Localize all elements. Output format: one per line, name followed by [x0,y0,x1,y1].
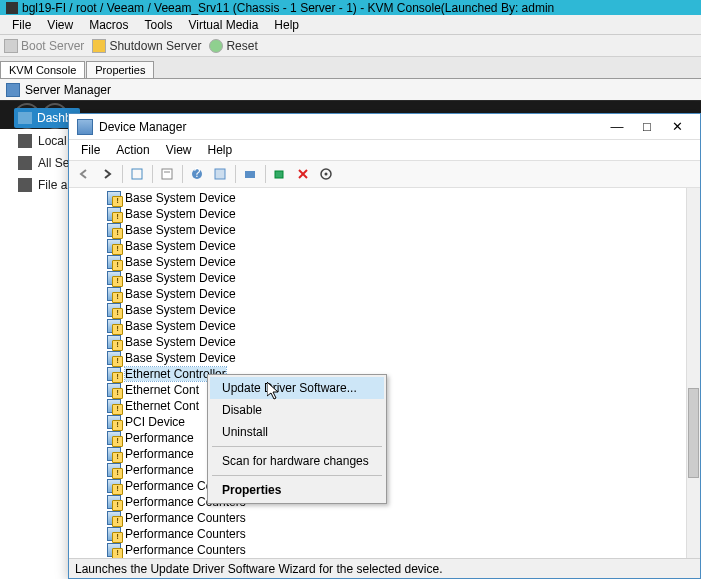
device-icon [107,239,121,253]
tree-item-label: Performance [125,447,194,461]
tree-item-label: Base System Device [125,287,236,301]
tree-item[interactable]: Base System Device [107,350,686,366]
sidebar-label: All Se [38,156,69,170]
update-driver-button[interactable] [239,163,261,185]
tree-item[interactable]: Performance Counters [107,526,686,542]
shutdown-server-button[interactable]: Shutdown Server [92,39,201,53]
context-menu: Update Driver Software... Disable Uninst… [207,374,387,504]
boot-server-button[interactable]: Boot Server [4,39,84,53]
minimize-button[interactable]: — [602,117,632,137]
dm-titlebar: Device Manager — □ ✕ [69,114,700,140]
svg-text:?: ? [194,167,201,180]
refresh-button[interactable] [209,163,231,185]
ctx-separator [212,475,382,476]
kvm-toolbar: Boot Server Shutdown Server Reset [0,35,701,57]
device-icon [107,319,121,333]
forward-button[interactable] [96,163,118,185]
dm-status-bar: Launches the Update Driver Software Wiza… [69,558,700,578]
tree-item[interactable]: Base System Device [107,222,686,238]
tab-kvm-console[interactable]: KVM Console [0,61,85,78]
tree-item-label: Performance Counters [125,511,246,525]
svg-rect-7 [275,171,283,178]
kvm-titlebar: bgl19-FI / root / Veeam / Veeam_Srv11 (C… [0,0,701,15]
device-icon [107,543,121,557]
menu-file[interactable]: File [4,16,39,34]
device-manager-window: Device Manager — □ ✕ File Action View He… [68,113,701,579]
device-icon [107,351,121,365]
device-icon [107,431,121,445]
shutdown-label: Shutdown Server [109,39,201,53]
tree-item[interactable]: Base System Device [107,270,686,286]
ctx-update-driver[interactable]: Update Driver Software... [210,377,384,399]
tree-item[interactable]: Performance [107,462,686,478]
svg-rect-5 [215,169,225,179]
reset-button[interactable]: Reset [209,39,257,53]
tab-properties[interactable]: Properties [86,61,154,78]
device-icon [107,303,121,317]
device-icon [107,191,121,205]
tree-item[interactable]: Ethernet Controller [107,366,686,382]
tree-item-label: Performance [125,463,194,477]
tree-item[interactable]: Base System Device [107,334,686,350]
tree-item[interactable]: Ethernet Cont [107,398,686,414]
menu-help[interactable]: Help [266,16,307,34]
servers-icon [18,156,32,170]
dashboard-label: Dashb [37,111,72,125]
tree-item[interactable]: Performance Counters [107,542,686,558]
tree-item-label: Base System Device [125,319,236,333]
tree-item[interactable]: Base System Device [107,238,686,254]
properties-button[interactable] [156,163,178,185]
tree-item-label: Performance Counters [125,543,246,557]
scrollbar[interactable] [686,188,700,558]
menu-macros[interactable]: Macros [81,16,136,34]
menu-virtual-media[interactable]: Virtual Media [181,16,267,34]
help-button[interactable]: ? [186,163,208,185]
reset-icon [209,39,223,53]
device-icon [107,255,121,269]
maximize-button[interactable]: □ [632,117,662,137]
tree-item[interactable]: Base System Device [107,206,686,222]
menu-tools[interactable]: Tools [136,16,180,34]
tree-item[interactable]: Base System Device [107,302,686,318]
tree-item[interactable]: Performance [107,430,686,446]
device-icon [107,287,121,301]
server-manager-label: Server Manager [25,83,111,97]
tree-item-label: Ethernet Cont [125,399,199,413]
dm-menu-file[interactable]: File [73,141,108,159]
dm-menu-help[interactable]: Help [200,141,241,159]
tree-item[interactable]: PCI Device [107,414,686,430]
server-icon [18,134,32,148]
close-button[interactable]: ✕ [662,117,692,137]
menu-view[interactable]: View [39,16,81,34]
disable-button[interactable] [315,163,337,185]
tree-item[interactable]: Base System Device [107,254,686,270]
ctx-properties[interactable]: Properties [210,479,384,501]
tree-item[interactable]: Base System Device [107,190,686,206]
device-icon [107,511,121,525]
ctx-disable[interactable]: Disable [210,399,384,421]
dm-menu-action[interactable]: Action [108,141,157,159]
device-icon [107,447,121,461]
uninstall-button[interactable] [292,163,314,185]
show-hidden-button[interactable] [126,163,148,185]
scrollbar-thumb[interactable] [688,388,699,478]
server-manager-icon [6,83,20,97]
ctx-scan[interactable]: Scan for hardware changes [210,450,384,472]
boot-label: Boot Server [21,39,84,53]
device-icon [107,207,121,221]
dm-title-text: Device Manager [99,120,602,134]
kvm-tabs: KVM Console Properties [0,57,701,79]
tree-item[interactable]: Performance Counters [107,494,686,510]
tree-item[interactable]: Performance Counters [107,478,686,494]
scan-hardware-button[interactable] [269,163,291,185]
tree-item[interactable]: Base System Device [107,318,686,334]
tree-item[interactable]: Performance [107,446,686,462]
ctx-uninstall[interactable]: Uninstall [210,421,384,443]
tree-item[interactable]: Ethernet Cont [107,382,686,398]
dm-menu-view[interactable]: View [158,141,200,159]
tree-item[interactable]: Performance Counters [107,510,686,526]
tree-item[interactable]: Base System Device [107,286,686,302]
back-button[interactable] [73,163,95,185]
svg-rect-6 [245,171,255,178]
reset-label: Reset [226,39,257,53]
